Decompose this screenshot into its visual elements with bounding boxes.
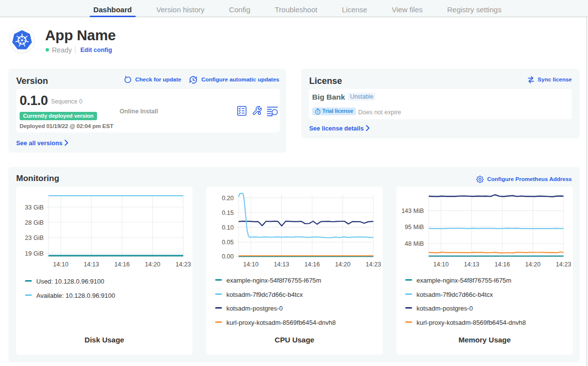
svg-text:95 MiB: 95 MiB (405, 224, 424, 231)
svg-text:14:10: 14:10 (53, 261, 68, 268)
svg-text:14:23: 14:23 (175, 261, 191, 268)
svg-text:14:16: 14:16 (304, 261, 319, 268)
svg-text:0.10: 0.10 (222, 224, 234, 231)
svg-text:23 GiB: 23 GiB (25, 235, 44, 241)
svg-text:33 GiB: 33 GiB (25, 204, 44, 211)
svg-text:14:13: 14:13 (84, 261, 99, 268)
svg-text:14:10: 14:10 (243, 261, 258, 268)
svg-text:14:20: 14:20 (145, 261, 160, 268)
svg-text:14:23: 14:23 (366, 261, 381, 268)
svg-text:14:16: 14:16 (114, 261, 129, 268)
svg-text:143 MiB: 143 MiB (401, 208, 424, 214)
svg-text:0.05: 0.05 (222, 239, 234, 246)
svg-text:14:23: 14:23 (556, 261, 571, 268)
svg-text:19 GiB: 19 GiB (25, 250, 44, 257)
svg-text:14:13: 14:13 (464, 261, 479, 268)
svg-text:14:20: 14:20 (525, 261, 540, 268)
svg-text:0.15: 0.15 (222, 209, 234, 216)
svg-text:0.20: 0.20 (222, 195, 234, 202)
svg-text:0.00: 0.00 (222, 253, 234, 260)
svg-text:14:13: 14:13 (274, 261, 289, 268)
svg-text:14:16: 14:16 (494, 261, 510, 268)
svg-text:14:10: 14:10 (433, 261, 448, 268)
svg-text:14:20: 14:20 (335, 261, 350, 268)
svg-text:28 GiB: 28 GiB (25, 219, 44, 226)
svg-text:48 MiB: 48 MiB (405, 240, 424, 247)
